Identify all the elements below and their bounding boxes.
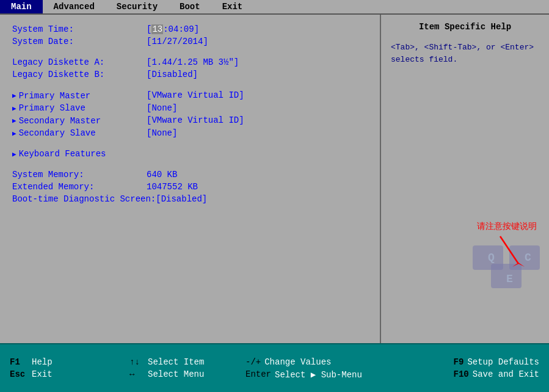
bios-value: [11/27/2014] <box>147 37 208 46</box>
bios-row: Primary Master[VMware Virtual ID] <box>12 90 368 101</box>
status-key: Esc <box>10 369 32 379</box>
bios-value: [None] <box>147 103 177 113</box>
bios-row: Legacy Diskette B:[Disabled] <box>12 70 368 79</box>
status-fn: F10 <box>445 369 469 379</box>
status-action-key: -/+ <box>245 357 261 367</box>
bios-label: Primary Slave <box>12 103 147 113</box>
menu-item-advanced[interactable]: Advanced <box>43 0 106 13</box>
status-key-desc: Help <box>32 357 111 367</box>
menu-item-main[interactable]: Main <box>0 0 43 13</box>
left-panel: System Time:[13:04:09]System Date:[11/27… <box>0 15 381 343</box>
svg-marker-7 <box>512 263 525 267</box>
svg-line-6 <box>500 236 518 264</box>
status-sep-desc: Select Menu <box>148 369 227 379</box>
status-fn-desc: Setup Defaults <box>467 357 539 367</box>
bios-label: Secondary Slave <box>12 128 147 138</box>
section-gap <box>12 140 368 149</box>
bios-value: [VMware Virtual ID] <box>147 90 244 100</box>
bios-value: [Disabled] <box>156 194 207 204</box>
status-action-desc: Change Values <box>264 357 439 367</box>
help-text: <Tab>, <Shift-Tab>, or <Enter> selects f… <box>391 42 539 65</box>
status-sep: ↑↓ <box>129 357 144 367</box>
menu-item-exit[interactable]: Exit <box>211 0 254 13</box>
bios-row: Keyboard Features <box>12 149 368 159</box>
status-fn: F9 <box>439 357 464 367</box>
annotation-chinese: 请注意按键说明 <box>477 221 537 232</box>
bios-label: Secondary Master <box>12 116 147 126</box>
menu-item-boot[interactable]: Boot <box>169 0 211 13</box>
content-area: System Time:[13:04:09]System Date:[11/27… <box>0 15 549 343</box>
bios-label: Extended Memory: <box>12 182 147 192</box>
status-sep: ↔ <box>129 369 144 379</box>
svg-text:E: E <box>506 273 513 285</box>
bios-label: Boot-time Diagnostic Screen: <box>12 194 156 204</box>
status-action-key: Enter <box>245 369 271 379</box>
bios-label: Primary Master <box>12 91 147 101</box>
section-gap <box>12 82 368 90</box>
bios-value: [VMware Virtual ID] <box>147 115 244 125</box>
bios-label: Legacy Diskette A: <box>12 57 147 67</box>
menu-item-security[interactable]: Security <box>106 0 169 13</box>
bios-label: Legacy Diskette B: <box>12 70 147 79</box>
bios-row: System Memory:640 KB <box>12 170 368 180</box>
menu-bar: MainAdvancedSecurityBootExit <box>0 0 549 15</box>
status-bar: F1 Help↑↓Select Item-/+Change ValuesF9Se… <box>0 343 549 392</box>
status-row: F1 Help↑↓Select Item-/+Change ValuesF9Se… <box>10 357 539 367</box>
section-gap <box>12 49 368 57</box>
bios-label: System Date: <box>12 37 147 46</box>
bios-value: 1047552 KB <box>147 182 198 192</box>
bios-value: [None] <box>147 128 177 138</box>
bios-row: System Date:[11/27/2014] <box>12 37 368 46</box>
bios-row: Extended Memory:1047552 KB <box>12 182 368 192</box>
status-fn-desc: Save and Exit <box>473 369 539 379</box>
bios-row: Legacy Diskette A:[1.44/1.25 MB 3½"] <box>12 57 368 67</box>
section-gap <box>12 161 368 170</box>
annotation-container: 请注意按键说明 <box>445 221 537 270</box>
status-row: Esc Exit↔Select MenuEnterSelect ▶ Sub-Me… <box>10 369 539 380</box>
bios-row: Secondary Slave[None] <box>12 128 368 139</box>
right-panel: Item Specific Help <Tab>, <Shift-Tab>, o… <box>381 15 549 343</box>
bios-value: 640 KB <box>147 170 177 180</box>
annotation-arrow-icon <box>494 233 531 270</box>
bios-value: [13:04:09] <box>147 24 199 34</box>
bios-row: Secondary Master[VMware Virtual ID] <box>12 115 368 126</box>
status-action-desc: Select ▶ Sub-Menu <box>275 369 445 380</box>
help-title: Item Specific Help <box>391 22 539 32</box>
bios-label: Keyboard Features <box>12 149 147 159</box>
bios-row: System Time:[13:04:09] <box>12 24 368 34</box>
bios-value: [Disabled] <box>147 70 198 79</box>
bios-row: Boot-time Diagnostic Screen:[Disabled] <box>12 194 368 204</box>
status-key-desc: Exit <box>32 369 111 379</box>
bios-label: System Time: <box>12 24 147 34</box>
bios-label: System Memory: <box>12 170 147 180</box>
bios-value: [1.44/1.25 MB 3½"] <box>147 57 239 67</box>
status-key: F1 <box>10 357 32 367</box>
status-sep-desc: Select Item <box>148 357 227 367</box>
bios-row: Primary Slave[None] <box>12 103 368 114</box>
